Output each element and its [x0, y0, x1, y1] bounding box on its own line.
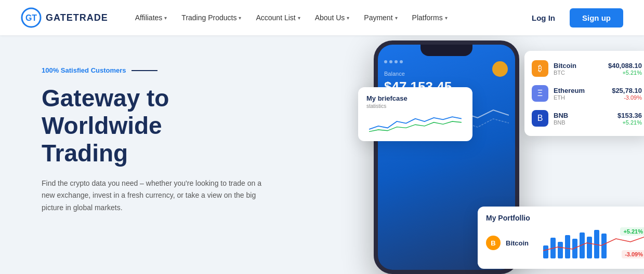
navbar: GT GATETRADE Affiliates ▾ Trading Produc… — [0, 0, 644, 35]
svg-text:GT: GT — [25, 13, 37, 22]
crypto-row-eth: Ξ Ethereum ETH $25,78.10 -3.09% — [524, 81, 644, 106]
bnb-price-block: $153.36 +5.21% — [617, 112, 642, 126]
svg-rect-2 — [543, 245, 548, 258]
ethereum-change: -3.09% — [612, 94, 642, 101]
portfolio-coin-icon: B — [486, 236, 501, 250]
chevron-down-icon: ▾ — [347, 15, 349, 21]
tagline-decoration — [132, 70, 157, 71]
hero-section: 100% Satisfied Customers Gateway to Worl… — [0, 35, 644, 274]
bitcoin-name: Bitcoin — [554, 62, 603, 70]
briefcase-chart — [366, 113, 464, 134]
ethereum-name: Ethereum — [554, 87, 607, 94]
portfolio-title: My Portfollio — [486, 214, 644, 222]
bitcoin-info: Bitcoin BTC — [554, 62, 603, 76]
phone-notch — [420, 45, 472, 56]
phone-dots — [384, 60, 509, 63]
svg-rect-5 — [565, 235, 570, 258]
nav-item-affiliates[interactable]: Affiliates ▾ — [129, 9, 174, 26]
tagline-text: 100% Satisfied Customers — [42, 66, 126, 74]
svg-rect-10 — [601, 234, 607, 258]
chevron-down-icon: ▾ — [445, 15, 448, 21]
nav-item-platforms[interactable]: Platforms ▾ — [406, 9, 454, 26]
login-button[interactable]: Log In — [523, 9, 563, 26]
hero-right: Balance $47,153.45 My briefcase statisti… — [332, 35, 644, 274]
hero-description: Find the crypto data you need – whether … — [42, 177, 265, 214]
bnb-change: +5.21% — [617, 119, 642, 126]
logo[interactable]: GT GATETRADE — [21, 7, 108, 28]
bitcoin-price-block: $40,088.10 +5.21% — [608, 62, 642, 76]
portfolio-chart-area: +5.21% — [542, 227, 644, 258]
logo-text: GATETRADE — [46, 12, 108, 23]
bitcoin-change: +5.21% — [608, 70, 642, 76]
signup-button[interactable]: Sign up — [570, 8, 623, 28]
crypto-row-bnb: B BNB BNB $153.36 +5.21% — [524, 106, 644, 131]
hero-title: Gateway to Worldwide Trading — [42, 85, 312, 167]
bnb-name: BNB — [554, 112, 612, 119]
ethereum-icon: Ξ — [532, 85, 548, 102]
bitcoin-icon: ₿ — [532, 60, 548, 77]
ethereum-price: $25,78.10 — [612, 87, 642, 94]
portfolio-coin-name: Bitcoin — [506, 239, 537, 247]
svg-rect-4 — [558, 242, 563, 258]
tagline: 100% Satisfied Customers — [42, 66, 312, 74]
phone-dot — [400, 60, 403, 63]
briefcase-subtitle: statistics — [366, 103, 464, 109]
ethereum-info: Ethereum ETH — [554, 87, 607, 101]
crypto-list-card: ₿ Bitcoin BTC $40,088.10 +5.21% Ξ Ethere… — [524, 51, 644, 136]
nav-actions: Log In Sign up — [523, 8, 623, 28]
bitcoin-symbol: BTC — [554, 70, 603, 76]
nav-item-trading-products[interactable]: Trading Products ▾ — [175, 9, 247, 26]
phone-dot — [395, 60, 398, 63]
badge-green: +5.21% — [620, 227, 644, 236]
nav-links: Affiliates ▾ Trading Products ▾ Account … — [129, 9, 523, 26]
ethereum-price-block: $25,78.10 -3.09% — [612, 87, 642, 101]
phone-dot — [384, 60, 387, 63]
badge-red: -3.09% — [622, 250, 644, 258]
nav-item-payment[interactable]: Payment ▾ — [358, 9, 403, 26]
bnb-icon: B — [532, 110, 548, 127]
ethereum-symbol: ETH — [554, 94, 607, 101]
portfolio-row: B Bitcoin +5.21% — [486, 227, 644, 258]
svg-rect-8 — [587, 237, 592, 258]
balance-label: Balance — [384, 71, 509, 77]
crypto-row-bitcoin: ₿ Bitcoin BTC $40,088.10 +5.21% — [524, 56, 644, 81]
nav-item-about-us[interactable]: About Us ▾ — [309, 9, 356, 26]
bnb-price: $153.36 — [617, 112, 642, 119]
briefcase-card: My briefcase statistics — [358, 87, 472, 141]
bitcoin-price: $40,088.10 — [608, 62, 642, 70]
chevron-down-icon: ▾ — [395, 15, 398, 21]
chevron-down-icon: ▾ — [239, 15, 241, 21]
bnb-symbol: BNB — [554, 119, 612, 126]
phone-dot — [389, 60, 392, 63]
chevron-down-icon: ▾ — [298, 15, 300, 21]
nav-item-account-list[interactable]: Account List ▾ — [249, 9, 306, 26]
portfolio-card: My Portfollio B Bitcoin +5.21% — [478, 207, 644, 269]
chevron-down-icon: ▾ — [164, 15, 167, 21]
briefcase-title: My briefcase — [366, 94, 464, 102]
hero-left: 100% Satisfied Customers Gateway to Worl… — [42, 61, 312, 214]
phone-avatar — [492, 61, 508, 77]
bnb-info: BNB BNB — [554, 112, 612, 126]
